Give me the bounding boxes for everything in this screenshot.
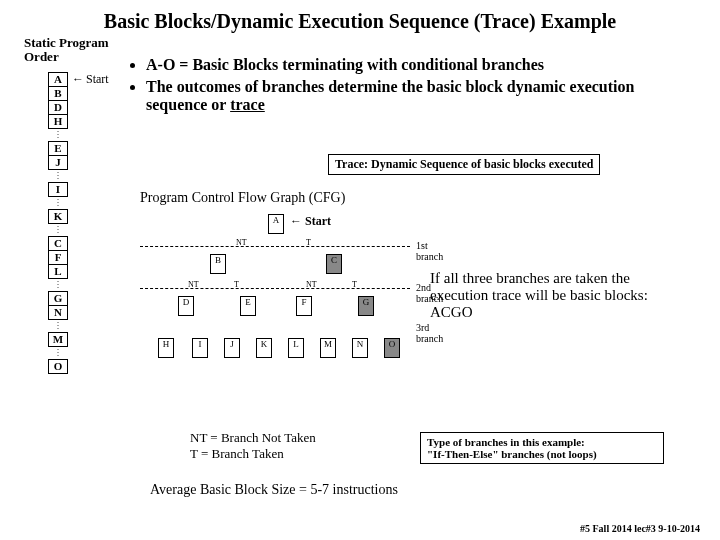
- dashed-1: [140, 246, 410, 247]
- cfg-node-k: K: [256, 338, 272, 358]
- block-o: O: [48, 359, 68, 374]
- static-block-column: ABDH···EJ···I···K···CFL···GN···M···O: [48, 72, 68, 373]
- cfg-node-m: M: [320, 338, 336, 358]
- cfg-node-h: H: [158, 338, 174, 358]
- cfg-node-g: G: [358, 296, 374, 316]
- block-b: B: [48, 86, 68, 101]
- cfg-node-f: F: [296, 296, 312, 316]
- legend-t: T = Branch Taken: [190, 446, 316, 462]
- static-order-label: Static Program Order: [24, 36, 109, 65]
- cfg-node-j: J: [224, 338, 240, 358]
- trace-example-note: If all three branches are taken the exec…: [430, 270, 680, 321]
- cfg-node-i: I: [192, 338, 208, 358]
- vdots: ···: [48, 278, 68, 291]
- cfg-node-b: B: [210, 254, 226, 274]
- block-g: G: [48, 291, 68, 306]
- branch-label-1: 1st branch: [416, 240, 443, 262]
- legend: NT = Branch Not Taken T = Branch Taken: [190, 430, 316, 461]
- cfg-node-d: D: [178, 296, 194, 316]
- cfg-node-o: O: [384, 338, 400, 358]
- block-a: A: [48, 72, 68, 87]
- bullet-2: The outcomes of branches determine the b…: [146, 78, 686, 114]
- vdots: ···: [48, 319, 68, 332]
- block-e: E: [48, 141, 68, 156]
- edge-t-1: T: [306, 238, 311, 247]
- trace-definition-box: Trace: Dynamic Sequence of basic blocks …: [328, 154, 600, 175]
- branch-type-box: Type of branches in this example: "If-Th…: [420, 432, 664, 464]
- cfg-diagram: A 1st branch B C NT T 2nd branch D E F G…: [140, 210, 410, 410]
- edge-t-2a: T: [234, 280, 239, 289]
- start-arrow-label: Start: [72, 72, 109, 87]
- block-f: F: [48, 250, 68, 265]
- block-c: C: [48, 236, 68, 251]
- vdots: ···: [48, 346, 68, 359]
- bullet-1: A-O = Basic Blocks terminating with cond…: [146, 56, 686, 74]
- dashed-2: [140, 288, 410, 289]
- vdots: ···: [48, 223, 68, 236]
- edge-nt-2a: NT: [188, 280, 199, 289]
- bullet-list: A-O = Basic Blocks terminating with cond…: [130, 56, 686, 118]
- cfg-node-e: E: [240, 296, 256, 316]
- cfg-node-n: N: [352, 338, 368, 358]
- cfg-node-c: C: [326, 254, 342, 274]
- page-title: Basic Blocks/Dynamic Execution Sequence …: [16, 10, 704, 33]
- edge-nt-2b: NT: [306, 280, 317, 289]
- vdots: ···: [48, 128, 68, 141]
- edge-nt-1: NT: [236, 238, 247, 247]
- cfg-title: Program Control Flow Graph (CFG): [140, 190, 345, 206]
- slide-footer: #5 Fall 2014 lec#3 9-10-2014: [580, 523, 700, 534]
- block-d: D: [48, 100, 68, 115]
- cfg-node-l: L: [288, 338, 304, 358]
- vdots: ···: [48, 169, 68, 182]
- branch-label-3: 3rd branch: [416, 322, 443, 344]
- legend-nt: NT = Branch Not Taken: [190, 430, 316, 446]
- vdots: ···: [48, 196, 68, 209]
- edge-t-2b: T: [352, 280, 357, 289]
- avg-block-size: Average Basic Block Size = 5-7 instructi…: [150, 482, 398, 498]
- cfg-node-a: A: [268, 214, 284, 234]
